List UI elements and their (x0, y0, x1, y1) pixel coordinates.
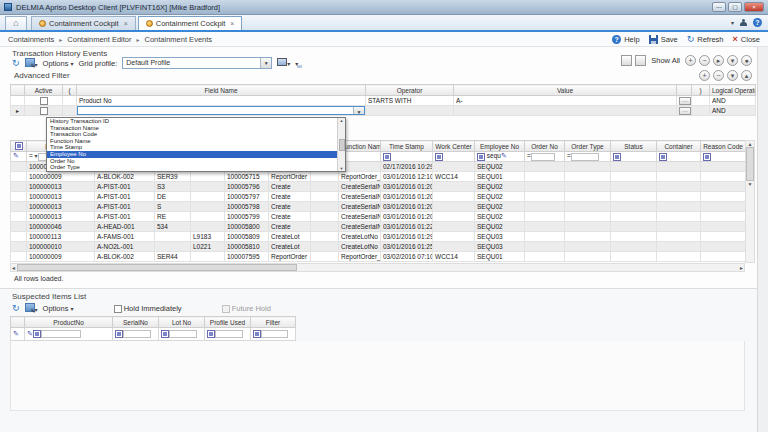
filter-profile-used[interactable] (205, 328, 251, 341)
dropdown-item[interactable]: Transaction Code (47, 131, 338, 138)
filter-work-center[interactable] (433, 152, 475, 162)
value-cell[interactable] (454, 106, 677, 116)
clear-filter-icon[interactable]: ▴ (741, 70, 752, 81)
filter-lot-no[interactable] (159, 328, 205, 341)
filter-input[interactable] (41, 330, 81, 338)
dropdown-item[interactable]: Time Stamp (47, 144, 338, 151)
column-header[interactable]: Filter (251, 317, 296, 328)
refresh-button[interactable]: ↻Refresh (687, 35, 724, 44)
filter-box-icon[interactable] (477, 153, 485, 161)
active-checkbox[interactable] (40, 107, 48, 115)
grid-horizontal-scrollbar[interactable]: ◄ ► (10, 263, 745, 272)
table-row[interactable]: 100000009A-BLOK-002 SER39 100005715Repor… (11, 172, 746, 182)
minimize-button[interactable]: — (712, 2, 726, 12)
scroll-thumb[interactable] (17, 264, 297, 271)
filter-box-icon[interactable] (161, 330, 169, 338)
column-header[interactable]: Lot No (159, 317, 205, 328)
dropdown-item[interactable]: Order Type (47, 164, 338, 171)
filter-box-icon[interactable] (383, 153, 391, 161)
filter-employee-no[interactable]: sequ✎ (475, 152, 525, 162)
about-help-icon[interactable]: ? (753, 18, 762, 27)
tab-close-icon[interactable]: × (124, 20, 128, 27)
grid-refresh-icon[interactable]: ↻ (12, 59, 20, 68)
next-icon[interactable]: ▸ (713, 55, 724, 66)
filter-reason-code[interactable] (701, 152, 746, 162)
selector-header[interactable] (11, 141, 27, 152)
filter-serial-no[interactable] (113, 328, 159, 341)
operator-cell[interactable]: STARTS WITH (366, 96, 454, 106)
active-checkbox[interactable] (40, 97, 48, 105)
filter-condition-row-2[interactable]: ▸ ▼ AND (11, 106, 756, 116)
column-header[interactable]: Reason Code (701, 141, 746, 152)
hold-immediately-control[interactable]: Hold Immediately (114, 304, 182, 313)
table-row[interactable]: 100000013A-PIST-001 S 100005798Create Cr… (11, 202, 746, 212)
filter-box-icon[interactable] (207, 330, 215, 338)
dropdown-item[interactable]: History Transaction ID (47, 118, 338, 125)
filter-filter[interactable] (251, 328, 296, 341)
maximize-button[interactable]: ▢ (728, 2, 742, 12)
home-button[interactable]: ⌂ (5, 16, 27, 30)
tab-close-icon[interactable]: × (230, 20, 234, 27)
filter-box-icon[interactable] (659, 153, 667, 161)
hold-immediately-checkbox[interactable] (114, 305, 122, 313)
scroll-down-icon[interactable]: ▼ (340, 166, 344, 171)
page-scrollbar-strip[interactable] (757, 47, 768, 432)
add-condition-icon[interactable]: + (699, 70, 710, 81)
filter-input[interactable] (571, 153, 599, 161)
grid-refresh-icon[interactable]: ↻ (12, 304, 20, 313)
remove-condition-icon[interactable]: − (713, 70, 724, 81)
pin-icon[interactable]: ● (741, 55, 752, 66)
tab-containment-cockpit-2[interactable]: Containment Cockpit × (138, 16, 243, 30)
filter-order-type[interactable]: = (565, 152, 611, 162)
filter-pencil-icon[interactable]: ✎ (501, 153, 507, 160)
dropdown-item[interactable]: Employee No (47, 151, 338, 158)
options-menu[interactable]: Options ▾ (43, 304, 74, 313)
logical-operator-cell[interactable]: AND (710, 106, 756, 116)
settings-icon[interactable]: ▾ (727, 55, 738, 66)
table-row[interactable]: 100000013A-PIST-001 DE 100005797Create C… (11, 192, 746, 202)
grid-filter-button[interactable]: ▾ (25, 58, 38, 69)
filter-product-no[interactable]: ✎ (25, 328, 113, 341)
table-row[interactable]: 100000013A-PIST-001 S3 100005796Create C… (11, 182, 746, 192)
tab-containment-cockpit-1[interactable]: Containment Cockpit × (31, 16, 136, 30)
options-menu[interactable]: Options ▾ (43, 59, 74, 68)
column-header[interactable]: Order Type (565, 141, 611, 152)
save-button[interactable]: Save (649, 35, 678, 44)
column-header[interactable]: Container (657, 141, 701, 152)
filter-input[interactable] (123, 330, 151, 338)
filter-input[interactable] (531, 153, 555, 161)
filter-input[interactable] (215, 330, 243, 338)
scroll-up-icon[interactable]: ▲ (340, 118, 344, 123)
grid-vertical-scrollbar[interactable]: ▲ ▼ (745, 140, 755, 263)
scroll-thumb[interactable] (339, 139, 345, 151)
dropdown-scrollbar[interactable]: ▲ ▼ (337, 118, 345, 171)
table-row[interactable]: 100000010A-NO2L-001 L0221 100005810Creat… (11, 242, 746, 252)
filter-pencil-icon[interactable]: ✎ (13, 153, 19, 160)
ellipsis-button[interactable] (679, 107, 691, 115)
apply-filter-icon[interactable]: ▾ (727, 70, 738, 81)
filter-box-icon[interactable] (613, 153, 621, 161)
filter-container[interactable] (657, 152, 701, 162)
dropdown-item[interactable]: Function Name (47, 138, 338, 145)
field-name-cell[interactable]: Product No (77, 96, 366, 106)
filter-box-icon[interactable] (435, 153, 443, 161)
save-profile-button[interactable]: ▾ (295, 59, 298, 68)
column-header[interactable]: Order No (525, 141, 565, 152)
logical-operator-cell[interactable]: AND (710, 96, 756, 106)
table-row[interactable]: 100000046A-HEAD-001 534 100005800Create … (11, 222, 746, 232)
column-header[interactable]: Work Center (433, 141, 475, 152)
window-close-button[interactable]: × (744, 2, 764, 12)
table-row[interactable]: 100000113A-FAMS-001 L9183 100005809Creat… (11, 232, 746, 242)
ellipsis-button[interactable] (679, 97, 691, 105)
operator-cell[interactable] (366, 106, 454, 116)
column-header[interactable]: Status (611, 141, 657, 152)
breadcrumb-containment-editor[interactable]: Containment Editor (67, 35, 131, 44)
grid-profile-select[interactable]: Default Profile▼ (122, 57, 272, 69)
scroll-down-icon[interactable]: ▼ (748, 181, 753, 187)
value-cell[interactable]: A- (454, 96, 677, 106)
filter-box-icon[interactable] (703, 153, 711, 161)
column-header[interactable]: ProductNo (25, 317, 113, 328)
table-row[interactable]: 100000013A-PIST-001 RE 100005799Create C… (11, 212, 746, 222)
expand-icon[interactable]: + (685, 55, 696, 66)
field-name-combo[interactable]: ▼ (77, 106, 365, 115)
